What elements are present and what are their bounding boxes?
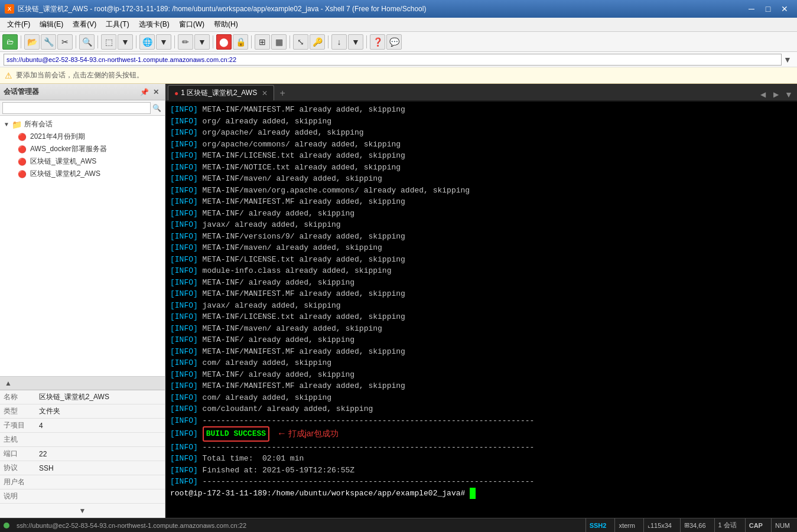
term-line-14: [INFO] module-info.class already added, … bbox=[170, 265, 792, 277]
menu-tabs[interactable]: 选项卡(B) bbox=[134, 18, 174, 31]
term-line-17: [INFO] javax/ already added, skipping bbox=[170, 300, 792, 312]
toolbar-btn-13[interactable]: 💬 bbox=[386, 34, 402, 50]
term-line-12: [INFO] META-INF/maven/ already added, sk… bbox=[170, 242, 792, 254]
term-line-4: [INFO] META-INF/LICENSE.txt already adde… bbox=[170, 150, 792, 162]
tab-blockchain2-aws[interactable]: ● 1 区块链_课堂机2_AWS ✕ bbox=[168, 85, 274, 100]
properties-panel: ▲ 名称 区块链_课堂机2_AWS 类型 文件夹 子项目 4 主机 bbox=[0, 376, 165, 518]
app-icon: X bbox=[5, 4, 14, 14]
prop-val-subcount: 4 bbox=[35, 419, 165, 433]
minimize-button[interactable]: ─ bbox=[744, 3, 759, 15]
pin-button[interactable]: 📌 bbox=[139, 87, 149, 97]
toolbar-btn-down[interactable]: ↓ bbox=[331, 34, 347, 50]
toolbar-btn-7[interactable]: ▼ bbox=[156, 34, 171, 50]
tab-bar: ● 1 区块链_课堂机2_AWS ✕ + ◀ ▶ ▼ bbox=[165, 84, 797, 102]
toolbar-btn-globe[interactable]: 🌐 bbox=[139, 34, 155, 50]
term-line-5: [INFO] META-INF/NOTICE.txt already added… bbox=[170, 162, 792, 174]
toolbar-btn-2[interactable]: 🔧 bbox=[41, 34, 56, 50]
term-line-3: [INFO] org/apache/commons/ already added… bbox=[170, 139, 792, 151]
props-scroll-up[interactable]: ▲ bbox=[4, 378, 13, 388]
menu-help[interactable]: 帮助(H) bbox=[209, 18, 243, 31]
prop-key-name: 名称 bbox=[0, 390, 35, 404]
props-scroll-down[interactable]: ▼ bbox=[78, 506, 87, 515]
toolbar-btn-10[interactable]: ⊞ bbox=[255, 34, 270, 50]
menu-edit[interactable]: 编辑(E) bbox=[35, 18, 68, 31]
search-input[interactable] bbox=[2, 102, 151, 114]
toolbar-separator-4 bbox=[136, 35, 136, 48]
term-separator-2: [INFO] ---------------------------------… bbox=[170, 442, 792, 453]
prop-row-subcount: 子项目 4 bbox=[0, 419, 165, 433]
menu-file[interactable]: 文件(F) bbox=[2, 18, 35, 31]
search-icon[interactable]: 🔍 bbox=[151, 102, 162, 114]
toolbar-separator-3 bbox=[97, 35, 98, 48]
toolbar-btn-4[interactable]: 🔍 bbox=[79, 34, 95, 50]
term-line-22: [INFO] com/ already added, skipping bbox=[170, 357, 792, 369]
prop-val-host bbox=[35, 433, 165, 447]
menu-tools[interactable]: 工具(T) bbox=[101, 18, 134, 31]
term-separator-3: [INFO] ---------------------------------… bbox=[170, 476, 792, 488]
term-line-24: [INFO] META-INF/MANIFEST.MF already adde… bbox=[170, 380, 792, 392]
term-line-19: [INFO] META-INF/maven/ already added, sk… bbox=[170, 323, 792, 335]
toolbar-btn-key[interactable]: 🔑 bbox=[310, 34, 325, 50]
close-panel-button[interactable]: ✕ bbox=[151, 87, 161, 97]
toolbar-btn-11[interactable]: ▦ bbox=[271, 34, 287, 50]
status-bar: ssh://ubuntu@ec2-52-83-54-93.cn-northwes… bbox=[0, 518, 797, 532]
status-num: NUM bbox=[771, 518, 793, 532]
toolbar-btn-pen[interactable]: ✏ bbox=[178, 34, 193, 50]
right-panel: ● 1 区块链_课堂机2_AWS ✕ + ◀ ▶ ▼ [INFO] META-I… bbox=[165, 84, 797, 518]
help-button[interactable]: ❓ bbox=[370, 34, 385, 50]
menu-view[interactable]: 查看(V) bbox=[68, 18, 101, 31]
toolbar-btn-9[interactable]: 🔒 bbox=[233, 34, 248, 50]
folder-icon: 📁 bbox=[12, 120, 22, 129]
toolbar-btn-compress[interactable]: ⤡ bbox=[293, 34, 308, 50]
term-line-1: [INFO] org/ already added, skipping bbox=[170, 116, 792, 128]
open-button[interactable]: 📂 bbox=[24, 34, 40, 50]
term-line-23: [INFO] META-INF/ already added, skipping bbox=[170, 369, 792, 381]
prop-row-name: 名称 区块链_课堂机2_AWS bbox=[0, 390, 165, 404]
terminal[interactable]: [INFO] META-INF/MANIFEST.MF already adde… bbox=[165, 102, 797, 518]
toolbar-separator-7 bbox=[251, 35, 252, 48]
tab-next-button[interactable]: ▶ bbox=[770, 89, 782, 100]
toolbar-btn-12[interactable]: ▼ bbox=[348, 34, 363, 50]
session-item-2021[interactable]: 🔴 2021年4月份到期 bbox=[0, 130, 165, 143]
add-tab-button[interactable]: + bbox=[275, 86, 289, 100]
term-line-7: [INFO] META-INF/maven/org.apache.commons… bbox=[170, 185, 792, 197]
maximize-button[interactable]: □ bbox=[760, 3, 776, 15]
term-line-25: [INFO] com/ already added, skipping bbox=[170, 392, 792, 404]
status-ssh-label: SSH2 bbox=[590, 522, 607, 529]
term-line-6: [INFO] META-INF/maven/ already added, sk… bbox=[170, 173, 792, 185]
address-input[interactable] bbox=[4, 54, 782, 66]
main-area: 会话管理器 📌 ✕ 🔍 ▼ 📁 所有会话 🔴 2021年4月份到期 🔴 AWS_… bbox=[0, 84, 797, 518]
toolbar-btn-3[interactable]: ✂ bbox=[57, 34, 73, 50]
prop-val-name: 区块链_课堂机2_AWS bbox=[35, 390, 165, 404]
prop-key-username: 用户名 bbox=[0, 475, 35, 489]
close-button[interactable]: ✕ bbox=[777, 3, 792, 15]
term-build-success: [INFO] BUILD SUCCESS ← 打成jar包成功 bbox=[170, 426, 792, 442]
prop-row-port: 端口 22 bbox=[0, 447, 165, 461]
prop-key-type: 类型 bbox=[0, 404, 35, 419]
toolbar-btn-5[interactable]: ⬚ bbox=[101, 34, 116, 50]
expand-icon: ▼ bbox=[4, 121, 9, 128]
tab-menu-button[interactable]: ▼ bbox=[783, 89, 795, 100]
term-line-finished: [INFO] Finished at: 2021-05-19T12:26:55Z bbox=[170, 465, 792, 476]
session-item-aws-docker[interactable]: 🔴 AWS_docker部署服务器 bbox=[0, 143, 165, 155]
menu-window[interactable]: 窗口(W) bbox=[174, 18, 209, 31]
tree-root-all-sessions[interactable]: ▼ 📁 所有会话 bbox=[0, 118, 165, 130]
session-item-blockchain-1[interactable]: 🔴 区块链_课堂机_AWS bbox=[0, 155, 165, 168]
left-panel: 会话管理器 📌 ✕ 🔍 ▼ 📁 所有会话 🔴 2021年4月份到期 🔴 AWS_… bbox=[0, 84, 165, 518]
prop-key-host: 主机 bbox=[0, 433, 35, 447]
session-tree: ▼ 📁 所有会话 🔴 2021年4月份到期 🔴 AWS_docker部署服务器 … bbox=[0, 116, 165, 376]
term-line-26: [INFO] com/cloudant/ already added, skip… bbox=[170, 403, 792, 415]
status-cap: CAP bbox=[745, 518, 766, 532]
toolbar-btn-6[interactable]: ▼ bbox=[118, 34, 133, 50]
tab-session-icon: ● bbox=[174, 89, 178, 97]
address-dropdown-button[interactable]: ▼ bbox=[782, 54, 793, 66]
stop-button[interactable]: ⬤ bbox=[216, 34, 232, 50]
tab-close-button[interactable]: ✕ bbox=[262, 89, 268, 97]
toolbar: 🗁 📂 🔧 ✂ 🔍 ⬚ ▼ 🌐 ▼ ✏ ▼ ⬤ 🔒 ⊞ ▦ ⤡ 🔑 ↓ ▼ ❓ … bbox=[0, 32, 797, 52]
status-term: xterm bbox=[614, 518, 639, 532]
toolbar-btn-8[interactable]: ▼ bbox=[194, 34, 210, 50]
session-item-blockchain-2[interactable]: 🔴 区块链_课堂机2_AWS bbox=[0, 168, 165, 180]
new-session-button[interactable]: 🗁 bbox=[2, 34, 18, 50]
tab-navigation: ◀ ▶ ▼ bbox=[757, 89, 795, 100]
tab-prev-button[interactable]: ◀ bbox=[757, 89, 769, 100]
